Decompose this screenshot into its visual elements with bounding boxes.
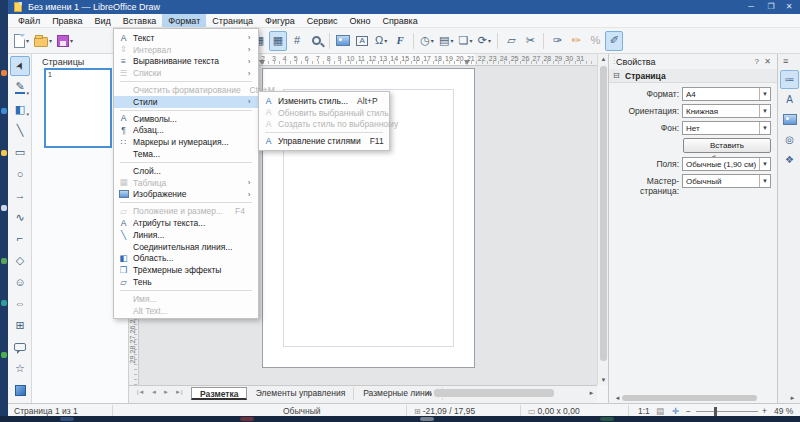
next-page-icon[interactable]: ► [163, 389, 169, 395]
insert-field-button[interactable]: ◷▾ [418, 31, 436, 51]
format-menu-item[interactable]: Слой... [114, 165, 258, 177]
format-menu-item[interactable]: ╲Линия... [114, 229, 258, 241]
helplines-while-moving-button[interactable]: % [586, 31, 604, 51]
connectors-tool-button[interactable]: ⌐ [10, 229, 30, 249]
layer-tab-item[interactable]: Элементы управления [248, 387, 355, 400]
maximize-button[interactable]: ❐ [762, 1, 780, 13]
format-menu-item[interactable]: Стили› [114, 96, 258, 108]
format-menu-item[interactable]: Тема... [114, 148, 258, 160]
format-menu-item[interactable]: ◧Область... [114, 253, 258, 265]
lines-and-arrows-tool-button[interactable]: → [10, 186, 30, 206]
sidebar-menu-icon[interactable]: ≡ [783, 56, 788, 66]
edit-points-button[interactable]: ✑ [548, 31, 566, 51]
collapse-section-icon[interactable]: ⊟ [613, 71, 620, 80]
align-objects-button[interactable]: ▤▾ [437, 31, 455, 51]
minimize-button[interactable]: ─ [742, 1, 760, 13]
dropdown-arrow-icon[interactable]: ▾ [469, 37, 472, 44]
sidebar-horizontal-scrollbar[interactable]: ◄ ► [612, 394, 798, 402]
menu-Вставка[interactable]: Вставка [117, 14, 162, 27]
zoom-in-icon[interactable]: + [762, 406, 767, 416]
page-thumbnail[interactable]: 1 [44, 68, 112, 148]
desktop-app-icon[interactable] [1, 300, 7, 306]
dropdown-arrow-icon[interactable]: ▾ [384, 37, 387, 44]
fontwork-button[interactable]: F [391, 31, 409, 51]
glue-points-button[interactable]: ✏ [567, 31, 585, 51]
format-menu-item[interactable]: ▱Тень [114, 276, 258, 288]
format-menu-item[interactable]: Изображение› [114, 189, 258, 201]
chevron-down-icon[interactable]: ▼ [759, 105, 770, 117]
menu-Справка[interactable]: Справка [376, 14, 423, 27]
dropdown-arrow-icon[interactable]: ▾ [26, 37, 29, 44]
desktop-app-icon[interactable] [1, 70, 7, 76]
format-menu-item[interactable]: AСимволы... [114, 113, 258, 125]
format-menu-item[interactable]: AТекст› [114, 32, 258, 44]
chevron-down-icon[interactable]: ▼ [759, 88, 770, 100]
zoom-level[interactable]: 49 % [774, 406, 793, 416]
curves-and-polygons-tool-button[interactable]: ∿ [10, 207, 30, 227]
callouts-tool-button[interactable] [10, 337, 30, 357]
dropdown-arrow-icon[interactable]: ▾ [488, 37, 491, 44]
zoom-slider-thumb[interactable] [714, 407, 717, 416]
zoom-out-icon[interactable]: − [686, 406, 691, 416]
show-draw-functions-button[interactable]: ✐ [605, 31, 623, 51]
transformations-button[interactable]: ⟳▾ [475, 31, 493, 51]
menu-Правка[interactable]: Правка [46, 14, 88, 27]
help-icon[interactable]: ? [755, 57, 759, 66]
ellipse-tool-button[interactable]: ○ [10, 164, 30, 184]
zoom-button[interactable] [307, 31, 325, 51]
insert-image-button[interactable] [334, 31, 352, 51]
open-button[interactable]: ▾ [32, 31, 54, 51]
scroll-right-icon[interactable]: ► [586, 390, 597, 396]
format-menu-item[interactable]: ≡Выравнивание текста› [114, 56, 258, 68]
menu-Страница[interactable]: Страница [206, 14, 259, 27]
dropdown-arrow-icon[interactable]: ▾ [26, 111, 29, 117]
dropdown-arrow-icon[interactable]: ▾ [49, 37, 52, 44]
menu-Фигура[interactable]: Фигура [259, 14, 301, 27]
insert-image-button[interactable]: Вставить изображение... [683, 138, 771, 153]
flowchart-tool-button[interactable]: ⊞ [10, 315, 30, 335]
menu-Вид[interactable]: Вид [89, 14, 117, 27]
line-color-tool-button[interactable]: ✎▾ [10, 78, 30, 98]
sidebar-scrollbar-thumb[interactable] [622, 395, 757, 401]
menu-Формат[interactable]: Формат [162, 14, 206, 27]
symbol-shapes-tool-button[interactable]: ☺ [10, 272, 30, 292]
sidebar-tab-navigator[interactable]: ◎ [780, 130, 799, 149]
sidebar-tab-properties[interactable]: ≔ [780, 70, 799, 89]
orientation-select[interactable]: Книжная ▼ [682, 104, 771, 118]
format-menu-item[interactable]: ∷Маркеры и нумерация... [114, 136, 258, 148]
master-page-select[interactable]: Обычный ▼ [682, 174, 771, 188]
horizontal-scrollbar-thumb[interactable] [434, 389, 554, 397]
save-button[interactable]: ▾ [55, 31, 75, 51]
chevron-down-icon[interactable]: ▼ [759, 122, 770, 134]
background-select[interactable]: Нет ▼ [682, 121, 771, 135]
rectangle-tool-button[interactable]: ▭ [10, 142, 30, 162]
sidebar-tab-shapes[interactable]: ❖ [780, 150, 799, 169]
sidebar-tab-styles[interactable]: A [780, 90, 799, 109]
3d-objects-tool-button[interactable] [10, 380, 30, 400]
stars-and-banners-tool-button[interactable]: ☆ [10, 358, 30, 378]
styles-submenu-item[interactable]: AИзменить стиль...Alt+P [259, 95, 389, 107]
shadow-button[interactable]: ▱ [502, 31, 520, 51]
snap-to-grid-button[interactable]: ▦ [269, 31, 287, 51]
chevron-down-icon[interactable]: ▼ [759, 158, 770, 170]
zoom-fit-icon[interactable]: ✛ [672, 406, 679, 416]
page-section-header[interactable]: ⊟ Страница [609, 69, 778, 83]
insert-text-box-button[interactable]: A [353, 31, 371, 51]
page-style-indicator[interactable]: Обычный [283, 406, 321, 416]
dropdown-arrow-icon[interactable]: ▾ [431, 37, 434, 44]
scale-indicator[interactable]: 1:1 [638, 406, 650, 416]
crop-button[interactable]: ✂ [521, 31, 539, 51]
chevron-down-icon[interactable]: ▼ [759, 175, 770, 187]
menu-Окно[interactable]: Окно [343, 14, 376, 27]
menu-Сервис[interactable]: Сервис [301, 14, 344, 27]
styles-submenu-item[interactable]: AУправление стилямиF11 [259, 135, 389, 147]
margins-select[interactable]: Обычные (1,90 см) ▼ [682, 157, 771, 171]
select-tool-button[interactable]: ➤ [10, 56, 30, 76]
insert-line-tool-button[interactable]: ╲ [10, 121, 30, 141]
dropdown-arrow-icon[interactable]: ▾ [26, 90, 29, 96]
format-menu-item[interactable]: ¶Абзац... [114, 125, 258, 137]
desktop-app-icon[interactable] [1, 258, 7, 264]
vertical-scrollbar[interactable]: ▲ ▼ [597, 54, 608, 385]
close-sidebar-icon[interactable]: ✕ [764, 57, 771, 66]
first-page-icon[interactable]: |◄ [137, 389, 145, 395]
